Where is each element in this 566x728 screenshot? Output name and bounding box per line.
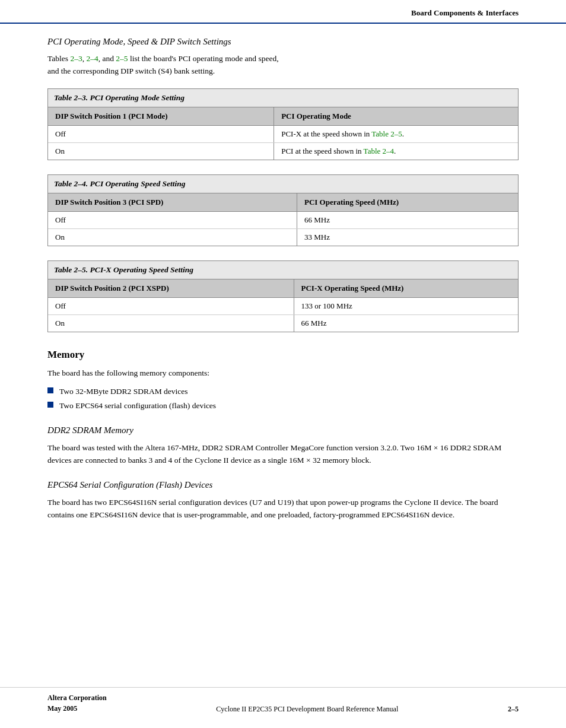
table-2-4-title: Table 2–4. PCI Operating Speed Setting — [48, 175, 518, 193]
table-cell: 66 MHz — [297, 211, 518, 228]
table-row: Off66 MHz — [48, 211, 518, 228]
table-row: Off133 or 100 MHz — [48, 297, 518, 314]
table-2-4: Table 2–4. PCI Operating Speed Setting D… — [47, 174, 519, 246]
table-2-3-col1-header: DIP Switch Position 1 (PCI Mode) — [48, 107, 274, 126]
pci-section-title: PCI Operating Mode, Speed & DIP Switch S… — [47, 37, 519, 47]
footer-left: Altera Corporation May 2005 — [47, 692, 107, 714]
table-cell: On — [48, 142, 274, 160]
table-cell: 133 or 100 MHz — [294, 297, 518, 314]
memory-heading: Memory — [47, 349, 519, 361]
epcs64-text: The board has two EPCS64SI16N serial con… — [47, 496, 519, 522]
table-cell: 66 MHz — [294, 314, 518, 332]
ddr2-text: The board was tested with the Altera 167… — [47, 441, 519, 467]
table-row: OnPCI at the speed shown in Table 2–4. — [48, 142, 518, 160]
table-2-3: Table 2–3. PCI Operating Mode Setting DI… — [47, 88, 519, 160]
table-cell: PCI-X at the speed shown in Table 2–5. — [274, 125, 518, 142]
table-cell: PCI at the speed shown in Table 2–4. — [274, 142, 518, 160]
list-item-text: Two 32-MByte DDR2 SDRAM devices — [59, 385, 188, 398]
table-row: On33 MHz — [48, 228, 518, 246]
table-2-3-title: Table 2–3. PCI Operating Mode Setting — [48, 89, 518, 107]
memory-intro: The board has the following memory compo… — [47, 367, 519, 380]
table-2-4-col1-header: DIP Switch Position 3 (PCI SPD) — [48, 193, 297, 212]
footer-date: May 2005 — [47, 703, 107, 714]
link-table-2-3[interactable]: 2–3 — [70, 54, 82, 63]
table-cell: Off — [48, 297, 294, 314]
header-title: Board Components & Interfaces — [411, 8, 519, 18]
bullet-icon — [47, 387, 53, 393]
memory-bullet-list: Two 32-MByte DDR2 SDRAM devicesTwo EPCS6… — [47, 385, 519, 412]
page-content: PCI Operating Mode, Speed & DIP Switch S… — [0, 37, 566, 563]
footer-company: Altera Corporation — [47, 692, 107, 703]
epcs64-title: EPCS64 Serial Configuration (Flash) Devi… — [47, 480, 519, 490]
table-row: On66 MHz — [48, 314, 518, 332]
table-cell: Off — [48, 211, 297, 228]
footer-page: 2–5 — [508, 705, 519, 714]
table-2-5-col1-header: DIP Switch Position 2 (PCI XSPD) — [48, 279, 294, 298]
table-cell: 33 MHz — [297, 228, 518, 246]
ddr2-title: DDR2 SDRAM Memory — [47, 425, 519, 435]
list-item-text: Two EPCS64 serial configuration (flash) … — [59, 399, 216, 412]
table-row: OffPCI-X at the speed shown in Table 2–5… — [48, 125, 518, 142]
table-cell: Off — [48, 125, 274, 142]
link-table-2-5[interactable]: 2–5 — [116, 54, 128, 63]
list-item: Two 32-MByte DDR2 SDRAM devices — [47, 385, 519, 398]
table-cell: On — [48, 228, 297, 246]
table-2-5-title: Table 2–5. PCI-X Operating Speed Setting — [48, 261, 518, 279]
bullet-icon — [47, 402, 53, 408]
link-table-2-4[interactable]: 2–4 — [86, 54, 98, 63]
pci-intro-text: Tables 2–3, 2–4, and 2–5 list the board'… — [47, 53, 519, 78]
page-footer: Altera Corporation May 2005 Cyclone II E… — [0, 687, 566, 714]
table-cell: On — [48, 314, 294, 332]
footer-center: Cyclone II EP2C35 PCI Development Board … — [216, 705, 398, 714]
table-2-5-col2-header: PCI-X Operating Speed (MHz) — [294, 279, 518, 298]
table-2-5: Table 2–5. PCI-X Operating Speed Setting… — [47, 260, 519, 332]
table-2-4-col2-header: PCI Operating Speed (MHz) — [297, 193, 518, 212]
page-header: Board Components & Interfaces — [0, 0, 566, 24]
list-item: Two EPCS64 serial configuration (flash) … — [47, 399, 519, 412]
table-2-3-col2-header: PCI Operating Mode — [274, 107, 518, 126]
